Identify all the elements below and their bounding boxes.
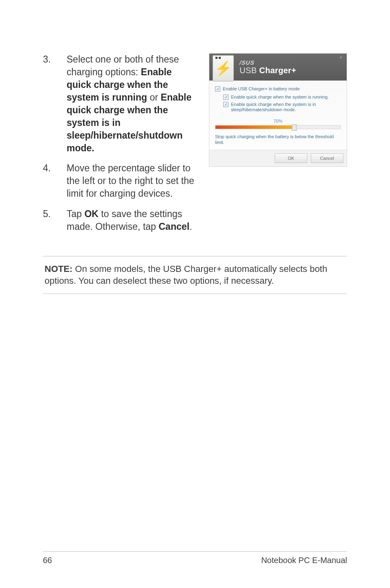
step-number: 5.	[43, 208, 67, 233]
doc-title: Notebook PC E-Manual	[261, 556, 347, 565]
checkbox-row-sub1[interactable]: ✓ Enable quick charge when the system is…	[223, 94, 341, 100]
step-3: 3. Select one or both of these charging …	[43, 53, 197, 155]
badge-dots-icon	[215, 57, 221, 59]
slider-area: 70%	[215, 119, 341, 129]
step-body: Move the percentage slider to the left o…	[67, 162, 197, 200]
slider-caption: Stop quick charging when the battery is …	[215, 134, 341, 146]
dialog-footer: OK Cancel	[209, 150, 347, 166]
brand-logo: /SUS	[239, 59, 297, 66]
dialog-title: USB Charger+	[240, 66, 296, 75]
manual-page: 3. Select one or both of these charging …	[0, 0, 390, 588]
note-label: NOTE:	[45, 264, 72, 274]
dialog-badge: ⚡	[213, 55, 234, 81]
step-4: 4. Move the percentage slider to the lef…	[43, 162, 197, 200]
slider-fill	[215, 126, 294, 129]
slider-thumb[interactable]	[292, 124, 297, 131]
bolt-icon: ⚡	[215, 60, 232, 76]
ok-button[interactable]: OK	[275, 153, 307, 163]
step-bold: OK	[84, 209, 99, 219]
page-number: 66	[43, 556, 52, 565]
step-number: 4.	[43, 162, 67, 200]
checkbox-icon[interactable]: ✓	[223, 102, 229, 107]
step-body: Tap OK to save the settings made. Otherw…	[67, 208, 197, 233]
instruction-list: 3. Select one or both of these charging …	[43, 53, 197, 233]
step-bold: Cancel	[159, 221, 189, 232]
checkbox-label: Enable quick charge when the system is r…	[231, 94, 329, 100]
step-text: Move the percentage slider to the left o…	[67, 163, 194, 199]
dialog-title-block: /SUS USB Charger+	[240, 59, 296, 75]
step-5: 5. Tap OK to save the settings made. Oth…	[43, 208, 197, 233]
instructions-column: 3. Select one or both of these charging …	[43, 53, 197, 240]
title-part: USB	[240, 66, 259, 75]
checkbox-label: Enable USB Charger+ in battery mode	[223, 86, 300, 92]
step-body: Select one or both of these charging opt…	[67, 53, 197, 155]
dialog-body: ✓ Enable USB Charger+ in battery mode ✓ …	[209, 81, 347, 150]
page-footer: 66 Notebook PC E-Manual	[43, 551, 347, 565]
checkbox-row-main[interactable]: ✓ Enable USB Charger+ in battery mode	[215, 86, 341, 92]
title-part: Charger+	[259, 66, 296, 75]
checkbox-icon[interactable]: ✓	[223, 94, 229, 100]
step-text: Tap	[67, 209, 84, 219]
step-number: 3.	[43, 53, 67, 155]
checkbox-icon[interactable]: ✓	[215, 86, 220, 92]
close-icon[interactable]: ×	[338, 54, 344, 61]
slider-track[interactable]	[215, 125, 341, 129]
usb-charger-dialog: ⚡ /SUS USB Charger+ × ✓ Enable USB Charg…	[209, 53, 347, 167]
content-row: 3. Select one or both of these charging …	[43, 53, 347, 240]
screenshot-column: ⚡ /SUS USB Charger+ × ✓ Enable USB Charg…	[209, 53, 347, 167]
step-text: .	[189, 221, 192, 232]
note-block: NOTE: On some models, the USB Charger+ a…	[43, 256, 347, 294]
note-text: On some models, the USB Charger+ automat…	[45, 264, 327, 286]
checkbox-label: Enable quick charge when the system is i…	[231, 102, 341, 113]
step-text: or	[147, 92, 161, 103]
dialog-header: ⚡ /SUS USB Charger+ ×	[209, 54, 347, 81]
checkbox-row-sub2[interactable]: ✓ Enable quick charge when the system is…	[223, 102, 341, 113]
cancel-button[interactable]: Cancel	[311, 153, 343, 163]
slider-percentage: 70%	[215, 119, 341, 123]
